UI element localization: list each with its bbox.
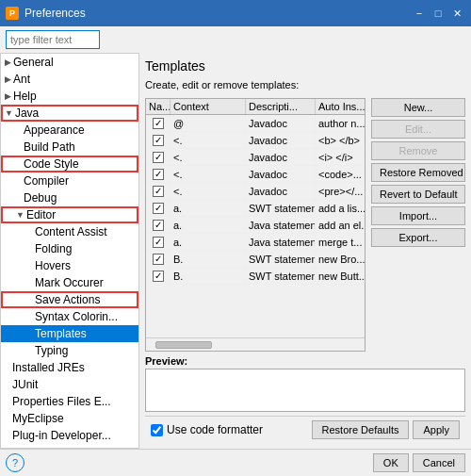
tree-label-debug: Debug bbox=[24, 191, 57, 205]
table-row[interactable]: B.SWT statementsnew Bro... bbox=[146, 251, 365, 268]
code-formatter-label: Use code formatter bbox=[167, 423, 263, 436]
tree-item-typing[interactable]: Typing bbox=[1, 342, 138, 359]
tree-item-propertiesfiles[interactable]: Properties Files E... bbox=[1, 393, 138, 410]
table-row[interactable]: <.Javadoc<i> </i>on bbox=[146, 149, 365, 166]
tree-item-plugindeveloper[interactable]: Plug-in Developer... bbox=[1, 427, 138, 444]
horizontal-scrollbar[interactable] bbox=[146, 337, 365, 351]
tree-item-buildpath[interactable]: Build Path bbox=[1, 139, 138, 156]
row-checkbox-3[interactable] bbox=[146, 166, 171, 182]
row-name-2: <. bbox=[171, 149, 246, 165]
tree-item-general[interactable]: ▶General bbox=[1, 54, 138, 71]
tree-arrow-ant: ▶ bbox=[5, 74, 11, 84]
panel-subtitle: Create, edit or remove templates: bbox=[145, 79, 465, 90]
new-button[interactable]: New... bbox=[371, 98, 465, 117]
row-checkbox-1[interactable] bbox=[146, 132, 171, 148]
help-button[interactable]: ? bbox=[6, 453, 24, 472]
minimize-button[interactable]: − bbox=[411, 5, 428, 22]
tree-item-contentassist[interactable]: Content Assist bbox=[1, 223, 138, 240]
tree-label-saveactions: Save Actions bbox=[35, 293, 100, 306]
tree-item-myeclipse[interactable]: MyEclipse bbox=[1, 410, 138, 427]
row-description-3: <code>... bbox=[316, 166, 365, 182]
tree-label-editor: Editor bbox=[26, 208, 56, 222]
restoreremoved-button[interactable]: Restore Removed bbox=[371, 163, 465, 182]
tree-item-folding[interactable]: Folding bbox=[1, 240, 138, 257]
table-row[interactable]: <.Javadoc<pre></...on bbox=[146, 183, 365, 200]
table-row[interactable]: B.SWT statementsnew Butt... bbox=[146, 268, 365, 285]
cancel-button[interactable]: Cancel bbox=[413, 453, 465, 472]
export-button[interactable]: Export... bbox=[371, 228, 465, 247]
row-checkbox-2[interactable] bbox=[146, 149, 171, 165]
maximize-button[interactable]: □ bbox=[430, 5, 447, 22]
code-formatter-checkbox[interactable] bbox=[151, 424, 163, 436]
row-description-4: <pre></... bbox=[316, 183, 365, 199]
apply-button[interactable]: Apply bbox=[413, 420, 460, 439]
tree-label-compiler: Compiler bbox=[24, 174, 69, 188]
search-bar bbox=[0, 26, 471, 53]
row-checkbox-9[interactable] bbox=[146, 268, 171, 284]
tree-label-general: General bbox=[13, 56, 54, 69]
row-description-7: merge t... bbox=[316, 234, 365, 250]
reverttodefault-button[interactable]: Revert to Default bbox=[371, 185, 465, 204]
table-row[interactable]: a.Java statementsadd an el... bbox=[146, 217, 365, 234]
row-context-1: Javadoc bbox=[246, 132, 316, 148]
row-checkbox-5[interactable] bbox=[146, 200, 171, 216]
remove-button: Remove bbox=[371, 141, 465, 160]
nav-action-buttons: OKCancel bbox=[373, 453, 465, 472]
table-row[interactable]: <.Javadoc<code>...on bbox=[146, 166, 365, 183]
tree-item-java[interactable]: ▼Java bbox=[1, 105, 138, 122]
tree-item-appearance[interactable]: Appearance bbox=[1, 122, 138, 139]
tree-arrow-help: ▶ bbox=[5, 91, 11, 101]
tree-item-markoccurrer[interactable]: Mark Occurer bbox=[1, 274, 138, 291]
table-row[interactable]: @Javadocauthor n...on bbox=[146, 115, 365, 132]
nav-bar: ? OKCancel bbox=[0, 449, 471, 476]
table-row[interactable]: a.SWT statementsadd a lis... bbox=[146, 200, 365, 217]
search-input[interactable] bbox=[6, 30, 100, 49]
row-checkbox-8[interactable] bbox=[146, 251, 171, 267]
tree-item-saveactions[interactable]: Save Actions bbox=[1, 291, 138, 308]
edit-button: Edit... bbox=[371, 120, 465, 139]
close-button[interactable]: ✕ bbox=[448, 5, 465, 22]
tree-label-installedjres: Installed JREs bbox=[12, 361, 85, 374]
tree-label-folding: Folding bbox=[35, 242, 72, 255]
code-formatter-checkbox-label[interactable]: Use code formatter bbox=[151, 423, 263, 436]
tree-item-codestyle[interactable]: Code Style bbox=[1, 156, 138, 172]
table-body[interactable]: @Javadocauthor n...on<.Javadoc<b> </b>on… bbox=[146, 115, 365, 337]
tree-label-myeclipse: MyEclipse bbox=[12, 412, 64, 425]
tree-item-debug[interactable]: Debug bbox=[1, 189, 138, 206]
ok-button[interactable]: OK bbox=[373, 453, 409, 472]
tree-item-help[interactable]: ▶Help bbox=[1, 88, 138, 105]
tree-item-syntaxcoloring[interactable]: Syntax Colorin... bbox=[1, 308, 138, 325]
tree-label-appearance: Appearance bbox=[24, 123, 85, 137]
templates-table: Na...ContextDescripti...Auto Ins... @Jav… bbox=[145, 98, 365, 352]
restoredefaults-button[interactable]: Restore Defaults bbox=[312, 420, 410, 439]
main-container: ▶General▶Ant▶Help▼JavaAppearanceBuild Pa… bbox=[0, 26, 471, 476]
row-context-9: SWT statements bbox=[246, 268, 316, 284]
row-name-3: <. bbox=[171, 166, 246, 182]
row-checkbox-0[interactable] bbox=[146, 115, 171, 131]
title-bar-left: P Preferences bbox=[6, 7, 86, 20]
scrollbar-thumb[interactable] bbox=[155, 341, 212, 349]
tree-label-markoccurrer: Mark Occurer bbox=[35, 276, 104, 289]
tree-item-templates[interactable]: Templates bbox=[1, 325, 138, 342]
row-checkbox-4[interactable] bbox=[146, 183, 171, 199]
import-button[interactable]: Import... bbox=[371, 206, 465, 225]
tree-label-java: Java bbox=[15, 107, 39, 120]
tree-item-compiler[interactable]: Compiler bbox=[1, 172, 138, 189]
title-buttons: − □ ✕ bbox=[411, 5, 465, 22]
tree-item-junit[interactable]: JUnit bbox=[1, 376, 138, 393]
tree-item-ant[interactable]: ▶Ant bbox=[1, 71, 138, 88]
row-checkbox-7[interactable] bbox=[146, 234, 171, 250]
tree-item-installedjres[interactable]: Installed JREs bbox=[1, 359, 138, 376]
row-name-0: @ bbox=[171, 115, 246, 131]
tree-item-hovers[interactable]: Hovers bbox=[1, 257, 138, 274]
tree-label-templates: Templates bbox=[35, 327, 87, 340]
tree-label-plugindeveloper: Plug-in Developer... bbox=[12, 429, 111, 442]
row-checkbox-6[interactable] bbox=[146, 217, 171, 233]
table-row[interactable]: <.Javadoc<b> </b>on bbox=[146, 132, 365, 149]
table-row[interactable]: a.Java statementsmerge t... bbox=[146, 234, 365, 251]
tree-label-codestyle: Code Style bbox=[24, 157, 79, 171]
row-context-3: Javadoc bbox=[246, 166, 316, 182]
tree-item-editor[interactable]: ▼Editor bbox=[1, 206, 138, 223]
row-context-6: Java statements bbox=[246, 217, 316, 233]
row-description-9: new Butt... bbox=[316, 268, 365, 284]
